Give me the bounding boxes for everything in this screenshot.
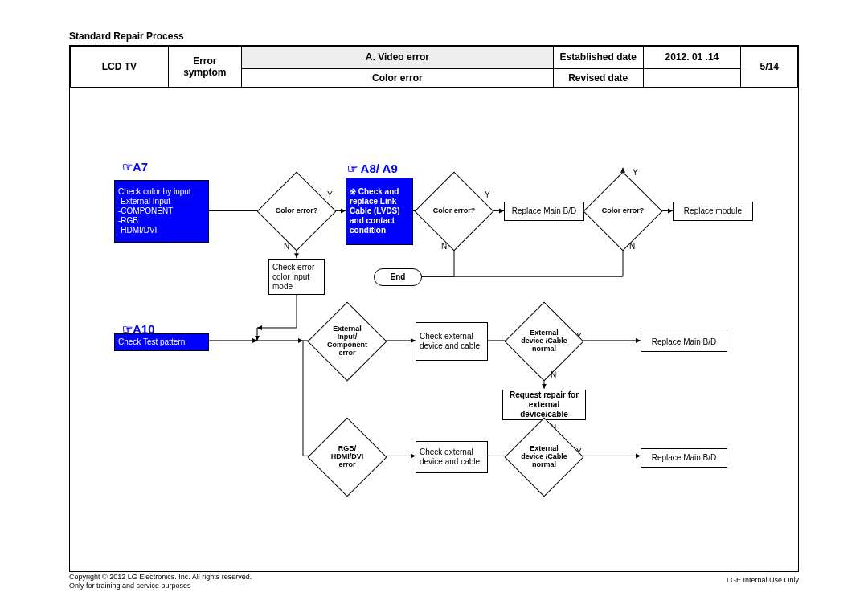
established-label: Established date: [553, 47, 643, 69]
n-label: N: [284, 242, 289, 251]
decision-rgb-hdmi: RGB/ HDMI/DVI error: [319, 429, 375, 485]
revised-value: [643, 68, 741, 87]
revised-label: Revised date: [553, 68, 643, 87]
y-label: Y: [633, 168, 638, 177]
document-frame: LCD TV Error symptom A. Video error Esta…: [69, 45, 799, 572]
header-table: LCD TV Error symptom A. Video error Esta…: [70, 46, 798, 88]
product-cell: LCD TV: [71, 47, 169, 88]
n-label: N: [629, 242, 635, 251]
check-external-1: Check external device and cable: [416, 322, 488, 361]
connectors: [70, 88, 798, 555]
decision-ext-normal-1: External device /Cable normal: [516, 313, 572, 370]
flowchart-area: ☞A7 ☞ A8/ A9 ☞A10 Check color by input -…: [70, 88, 798, 555]
replace-main-bd-2: Replace Main B/D: [641, 333, 727, 352]
request-repair: Request repair for external device/cable: [502, 390, 586, 420]
check-error-color-mode: Check error color input mode: [268, 259, 325, 295]
end-node: End: [374, 268, 422, 286]
y-label: Y: [485, 190, 490, 199]
action-check-lvds: ※ Check and replace Link Cable (LVDS) an…: [346, 178, 413, 245]
footer-left: Copyright © 2012 LG Electronics. Inc. Al…: [69, 573, 252, 591]
n-label: N: [551, 370, 556, 379]
footer-right: LGE Internal Use Only: [727, 576, 799, 584]
error-symptom-label: Error symptom: [168, 47, 241, 88]
page: Standard Repair Process LCD TV Error sym…: [0, 0, 868, 613]
replace-main-bd-3: Replace Main B/D: [641, 448, 727, 468]
decision-ext-normal-2: External device /Cable normal: [516, 429, 572, 485]
main-title: A. Video error: [241, 47, 553, 69]
decision-color-error-3: Color error?: [595, 183, 651, 239]
doc-title: Standard Repair Process: [69, 31, 184, 42]
n-label: N: [441, 242, 447, 251]
sub-title: Color error: [241, 68, 553, 87]
y-label: Y: [576, 447, 582, 456]
established-value: 2012. 01 .14: [643, 47, 741, 69]
replace-main-bd-1: Replace Main B/D: [504, 202, 584, 221]
start-check-test-pattern: Check Test pattern: [114, 333, 209, 351]
page-number: 5/14: [741, 47, 798, 88]
start-check-color: Check color by input -External Input -CO…: [114, 180, 209, 243]
section-a7: ☞A7: [122, 160, 148, 174]
decision-external-component: External Input/ Component error: [319, 313, 375, 370]
check-external-2: Check external device and cable: [416, 441, 488, 473]
replace-module: Replace module: [673, 202, 753, 221]
y-label: Y: [576, 332, 582, 341]
section-a8-a9: ☞ A8/ A9: [347, 161, 398, 176]
decision-color-error-1: Color error?: [268, 183, 325, 239]
y-label: Y: [327, 190, 333, 199]
decision-color-error-2: Color error?: [426, 183, 482, 239]
